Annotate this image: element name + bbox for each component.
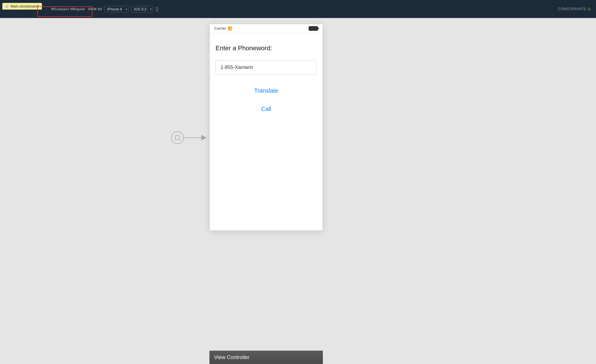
carrier-label: Carrier 📶 (214, 26, 232, 31)
ios-dropdown-wrap[interactable]: iOS 9.2 (131, 6, 153, 12)
view-controller-label: View Controller (214, 354, 250, 361)
file-tab[interactable]: Main.storyboard* (2, 3, 42, 10)
constraints-button[interactable]: CONSTRAINTS ⊕ (558, 6, 591, 12)
top-bar: Main.storyboard* WCompact HRegular VIEW … (0, 0, 596, 18)
wifi-icon: 📶 (228, 26, 232, 31)
canvas: Carrier 📶 Enter a Phoneword: Translate C… (0, 18, 596, 364)
device-dropdown-wrap[interactable]: iPhone 6 (104, 6, 129, 12)
segue-line (184, 137, 201, 138)
translate-button[interactable]: Translate (216, 84, 317, 98)
call-button[interactable]: Call (216, 102, 317, 116)
segue-circle (171, 131, 184, 144)
battery-icon (309, 26, 318, 31)
segue-square-icon (175, 135, 180, 140)
segue-arrow (171, 131, 207, 144)
segue-arrowhead (201, 135, 207, 141)
ios-select[interactable]: iOS 9.2 (131, 6, 153, 12)
status-bar: Carrier 📶 (210, 24, 323, 33)
view-controller-bar: View Controller (209, 351, 323, 364)
carrier-text: Carrier (214, 26, 226, 31)
enter-phoneword-label: Enter a Phoneword: (216, 44, 317, 52)
file-tab-close-icon[interactable] (5, 5, 9, 8)
view-as-label: VIEW AS (88, 7, 102, 11)
constraints-icon: ⊕ (587, 6, 591, 12)
phoneword-input[interactable] (216, 60, 317, 75)
iphone-content: Enter a Phoneword: Translate Call (210, 33, 323, 230)
size-class-label: WCompact HRegular (51, 7, 86, 11)
device-icon: ▯ (156, 6, 159, 12)
file-tab-label: Main.storyboard* (10, 4, 39, 8)
iphone-frame: Carrier 📶 Enter a Phoneword: Translate C… (209, 24, 323, 231)
device-select[interactable]: iPhone 6 (104, 6, 129, 12)
constraints-label: CONSTRAINTS (558, 7, 586, 11)
toolbar-left: WCompact HRegular VIEW AS iPhone 6 iOS 9… (51, 6, 159, 12)
